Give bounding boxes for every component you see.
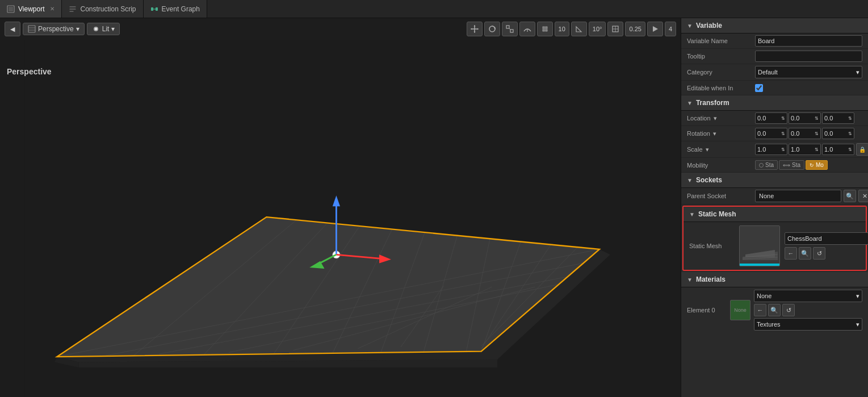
parent-socket-row: Parent Socket 🔍 ✕	[681, 188, 868, 204]
camera-speed-label: 4	[669, 26, 672, 32]
textures-dropdown[interactable]: Textures ▾	[754, 318, 862, 331]
scale-dropdown-arrow[interactable]: ▾	[706, 146, 709, 153]
snap-scale-input[interactable]: 0.25	[625, 22, 645, 36]
mesh-preview-svg	[740, 226, 780, 266]
scale-inputs: ⇅ ⇅ ⇅	[755, 144, 854, 155]
sockets-collapse-arrow[interactable]: ▼	[687, 177, 693, 183]
move-tool-button[interactable]	[467, 22, 483, 36]
location-z-arrow: ⇅	[848, 116, 852, 121]
mesh-navigate-button[interactable]: ←	[785, 247, 797, 260]
tab-viewport[interactable]: Viewport ✕	[0, 0, 62, 18]
mobility-static-label: Sta	[765, 162, 774, 168]
location-y-input[interactable]: ⇅	[789, 112, 821, 124]
angle-snap-button[interactable]	[571, 22, 587, 36]
rotation-x-input[interactable]: ⇅	[755, 128, 787, 139]
element0-chevron: ▾	[856, 292, 859, 300]
element0-reset-button[interactable]: ↺	[782, 304, 795, 316]
scale-x-input[interactable]: ⇅	[755, 144, 787, 155]
rotation-z-value[interactable]	[824, 130, 847, 137]
category-dropdown[interactable]: Default ▾	[755, 66, 862, 78]
sockets-section-title: Sockets	[696, 176, 722, 184]
mesh-controls: ▾ ← 🔍 ↺	[785, 232, 868, 260]
location-y-value[interactable]	[791, 115, 814, 122]
element0-navigate-button[interactable]: ←	[754, 304, 766, 316]
tooltip-input[interactable]	[755, 51, 862, 62]
snap-rotate-input[interactable]: 10°	[589, 22, 606, 36]
socket-clear-button[interactable]: ✕	[858, 190, 868, 202]
sockets-section-header: ▼ Sockets	[681, 173, 868, 188]
parent-socket-input[interactable]	[755, 190, 841, 202]
perspective-icon	[28, 25, 36, 33]
tab-bar: Viewport ✕ Construction Scrip Event Grap…	[0, 0, 868, 18]
mobility-movable-button[interactable]: ↻ Mo	[806, 160, 828, 170]
rotation-z-arrow: ⇅	[848, 131, 852, 136]
element0-dropdown[interactable]: None ▾	[754, 290, 862, 302]
location-dropdown-arrow[interactable]: ▾	[714, 115, 717, 122]
grid-button[interactable]	[537, 22, 553, 36]
camera-speed-button[interactable]	[647, 22, 663, 36]
editable-row: Editable when In	[681, 81, 868, 95]
mesh-search-button[interactable]: 🔍	[799, 247, 811, 260]
scale-z-value[interactable]	[824, 146, 847, 153]
static-mesh-section-title: Static Mesh	[698, 210, 736, 218]
transform-collapse-arrow[interactable]: ▼	[687, 100, 693, 106]
location-z-input[interactable]: ⇅	[822, 112, 854, 124]
scale-tool-button[interactable]	[502, 22, 518, 36]
tab-construction[interactable]: Construction Scrip	[62, 0, 143, 18]
scale-x-arrow: ⇅	[781, 147, 785, 152]
toolbar-right: 10 10° 0.25 4	[467, 22, 676, 36]
scale-snap-button[interactable]	[607, 22, 623, 36]
location-x-input[interactable]: ⇅	[755, 112, 787, 124]
scale-x-value[interactable]	[757, 146, 780, 153]
socket-search-button[interactable]: 🔍	[844, 190, 856, 202]
svg-marker-10	[473, 25, 475, 27]
tab-eventgraph-label: Event Graph	[162, 5, 200, 13]
surface-snapping-button[interactable]	[519, 22, 535, 36]
back-arrow-button[interactable]: ◀	[5, 22, 20, 36]
element0-search-button[interactable]: 🔍	[768, 304, 781, 316]
static-mesh-collapse-arrow[interactable]: ▼	[689, 211, 695, 218]
static-mesh-section: ▼ Static Mesh Static Mesh	[682, 206, 867, 271]
materials-collapse-arrow[interactable]: ▼	[687, 277, 693, 283]
perspective-button[interactable]: Perspective ▾	[23, 23, 85, 35]
location-x-value[interactable]	[757, 115, 780, 122]
editable-checkbox[interactable]	[755, 84, 763, 92]
mobility-stationary-button[interactable]: ⟺ Sta	[779, 160, 804, 170]
perspective-chevron: ▾	[76, 25, 79, 33]
svg-rect-65	[740, 226, 780, 266]
svg-marker-13	[477, 28, 479, 30]
rotation-y-input[interactable]: ⇅	[789, 128, 821, 139]
eventgraph-icon	[150, 5, 158, 13]
tab-viewport-close[interactable]: ✕	[50, 6, 54, 12]
category-row: Category Default ▾	[681, 64, 868, 81]
mesh-reset-button[interactable]: ↺	[813, 247, 825, 260]
location-z-value[interactable]	[824, 115, 847, 122]
rotate-tool-button[interactable]	[484, 22, 500, 36]
scale-z-input[interactable]: ⇅	[822, 144, 854, 155]
rotation-x-arrow: ⇅	[781, 131, 785, 136]
location-y-arrow: ⇅	[815, 116, 819, 121]
mobility-movable-icon: ↻	[810, 162, 814, 168]
parent-socket-label: Parent Socket	[687, 193, 755, 199]
variable-collapse-arrow[interactable]: ▼	[687, 23, 693, 29]
mesh-name-input[interactable]	[785, 232, 868, 245]
snap-translate-input[interactable]: 10	[555, 22, 569, 36]
mobility-label: Mobility	[687, 162, 755, 169]
location-row: Location ▾ ⇅ ⇅	[681, 111, 868, 126]
scale-y-input[interactable]: ⇅	[789, 144, 821, 155]
rotation-z-input[interactable]: ⇅	[822, 128, 854, 139]
variable-name-input[interactable]	[755, 35, 862, 47]
mobility-static-button[interactable]: Sta	[755, 160, 778, 170]
tab-eventgraph[interactable]: Event Graph	[144, 0, 207, 18]
rotation-x-value[interactable]	[757, 130, 780, 137]
rotation-y-value[interactable]	[791, 130, 814, 137]
materials-section-title: Materials	[696, 275, 726, 283]
lit-button[interactable]: Lit ▾	[87, 23, 120, 35]
scale-y-value[interactable]	[791, 146, 814, 153]
rotation-dropdown-arrow[interactable]: ▾	[713, 130, 716, 137]
tooltip-row: Tooltip	[681, 49, 868, 64]
svg-point-9	[95, 28, 97, 30]
lit-label: Lit	[102, 25, 110, 33]
viewport[interactable]: ◀ Perspective ▾ Lit ▾	[0, 18, 681, 397]
scale-lock-button[interactable]: 🔒	[856, 143, 868, 156]
